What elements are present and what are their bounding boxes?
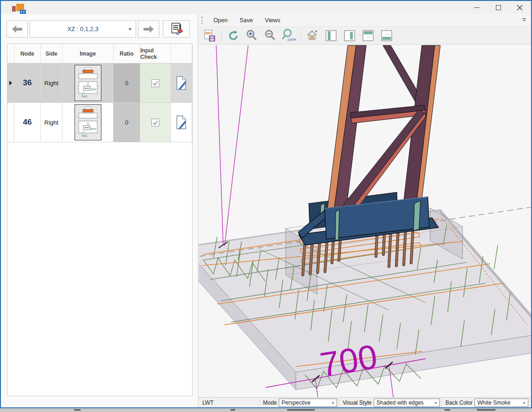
right-arrow-icon: [143, 25, 155, 34]
statusbar-separator: [339, 399, 339, 407]
edit-cell: [171, 103, 192, 142]
input-check-cell: [140, 103, 171, 142]
refresh-button[interactable]: [224, 28, 243, 44]
input-check-checkbox[interactable]: [151, 79, 159, 87]
svg-text:M22: M22: [82, 134, 88, 137]
visual-style-combobox[interactable]: Shaded with edges: [374, 399, 440, 407]
image-cell: M33 M22: [63, 103, 113, 142]
viewer-panel: Open Save Views IMG: [199, 14, 531, 407]
node-value: 36: [14, 63, 41, 103]
check-items-grid: Node Side Image Ratio Input Check 36 Rig…: [7, 44, 193, 396]
titlebar: [1, 1, 531, 14]
header-ratio[interactable]: Ratio: [113, 44, 140, 63]
home-view-button[interactable]: [303, 28, 322, 44]
edit-document-icon[interactable]: [175, 115, 188, 130]
chevron-down-icon: [523, 402, 526, 404]
view-selector-combobox[interactable]: XZ : 0,1,2,3: [30, 20, 136, 38]
view-left-button[interactable]: [322, 28, 340, 44]
view-bottom-button[interactable]: [377, 28, 396, 44]
minimize-button[interactable]: [467, 1, 487, 14]
viewer-menubar: Open Save Views: [199, 14, 531, 27]
zoom-100-button[interactable]: 100%: [280, 28, 298, 44]
row-expander[interactable]: [7, 103, 14, 142]
table-row-node-36[interactable]: 36 Right M: [7, 63, 192, 103]
zoom-in-icon: [245, 29, 258, 42]
view-right-button[interactable]: [340, 28, 359, 44]
scene-3d: 700: [199, 45, 531, 397]
back-button[interactable]: [6, 20, 28, 38]
mode-combobox[interactable]: Perspective: [279, 399, 337, 407]
expander-icon: [9, 81, 12, 85]
forward-button[interactable]: [138, 20, 159, 38]
home-icon: [306, 29, 319, 42]
base-plate-sketch: M33 M22: [75, 66, 100, 100]
maximize-icon: [496, 5, 501, 10]
zoom-100-icon: 100%: [282, 29, 296, 43]
toolbar-separator: [221, 29, 222, 42]
refresh-icon: [227, 29, 240, 42]
left-arrow-icon: [11, 25, 23, 34]
connection-thumbnail: M33 M22: [75, 65, 101, 101]
menu-save[interactable]: Save: [234, 14, 259, 26]
ratio-value: 0: [113, 103, 140, 142]
chevron-down-icon: [332, 402, 334, 404]
background-window-strip: [0, 408, 532, 412]
zoom-out-icon: [264, 29, 277, 42]
header-indicator: [7, 44, 14, 63]
header-input-check[interactable]: Input Check: [140, 44, 171, 63]
chevron-down-icon: [128, 28, 132, 31]
view-top-icon: [362, 29, 375, 42]
table-row-node-46[interactable]: 46 Right M: [7, 103, 192, 142]
back-color-combobox[interactable]: White Smoke: [475, 399, 528, 407]
statusbar-separator: [259, 399, 260, 407]
overflow-chevron-icon: [521, 18, 527, 23]
minimize-icon: [474, 7, 480, 8]
grid-header-row: Node Side Image Ratio Input Check: [7, 44, 192, 63]
menu-views[interactable]: Views: [259, 14, 286, 26]
view-left-icon: [325, 29, 338, 42]
header-side[interactable]: Side: [41, 44, 63, 63]
check-icon: [152, 80, 158, 86]
visual-style-value: Shaded with edges: [376, 399, 424, 406]
node-value: 46: [14, 103, 41, 142]
base-plate-sketch: M33 M22: [75, 105, 100, 139]
view-right-icon: [343, 29, 356, 42]
view-selector-value: XZ : 0,1,2,3: [67, 25, 98, 32]
svg-text:IMG: IMG: [206, 32, 212, 35]
header-edit: [171, 44, 192, 63]
app-window: XZ : 0,1,2,3 Node Side I: [0, 0, 532, 408]
svg-text:M22: M22: [82, 95, 88, 98]
maximize-button[interactable]: [488, 1, 508, 14]
report-button[interactable]: [163, 20, 190, 38]
back-color-value: White Smoke: [477, 399, 510, 406]
edit-document-icon[interactable]: [175, 76, 188, 90]
back-color-label: Back Color: [445, 398, 473, 408]
viewport-3d[interactable]: 700: [199, 45, 531, 397]
edit-cell: [171, 63, 192, 103]
viewer-toolbar: IMG: [199, 27, 531, 44]
toolbar-overflow-button[interactable]: [521, 17, 528, 24]
header-image[interactable]: Image: [63, 44, 113, 63]
side-value: Right: [41, 103, 63, 142]
input-check-checkbox[interactable]: [151, 119, 159, 127]
zoom-in-button[interactable]: [243, 28, 261, 44]
row-expander[interactable]: [7, 63, 14, 103]
lwt-toggle[interactable]: LWT: [202, 398, 213, 408]
check-icon: [152, 120, 158, 126]
close-icon: [517, 5, 523, 11]
menu-open[interactable]: Open: [207, 14, 234, 26]
view-top-button[interactable]: [359, 28, 377, 44]
app-logo-icon: [12, 3, 29, 13]
header-node[interactable]: Node: [14, 44, 41, 63]
zoom-out-button[interactable]: [261, 28, 280, 44]
check-list-panel: XZ : 0,1,2,3 Node Side I: [1, 14, 198, 407]
svg-text:M33: M33: [91, 88, 96, 91]
ratio-value: 0: [113, 63, 140, 103]
chevron-down-icon: [434, 402, 437, 404]
close-button[interactable]: [510, 1, 529, 14]
save-image-button[interactable]: IMG: [200, 28, 219, 44]
visual-style-label: Visual Style: [343, 398, 371, 408]
connection-thumbnail: M33 M22: [75, 104, 101, 140]
image-cell: M33 M22: [63, 63, 113, 103]
report-eraser-icon: [169, 22, 184, 36]
